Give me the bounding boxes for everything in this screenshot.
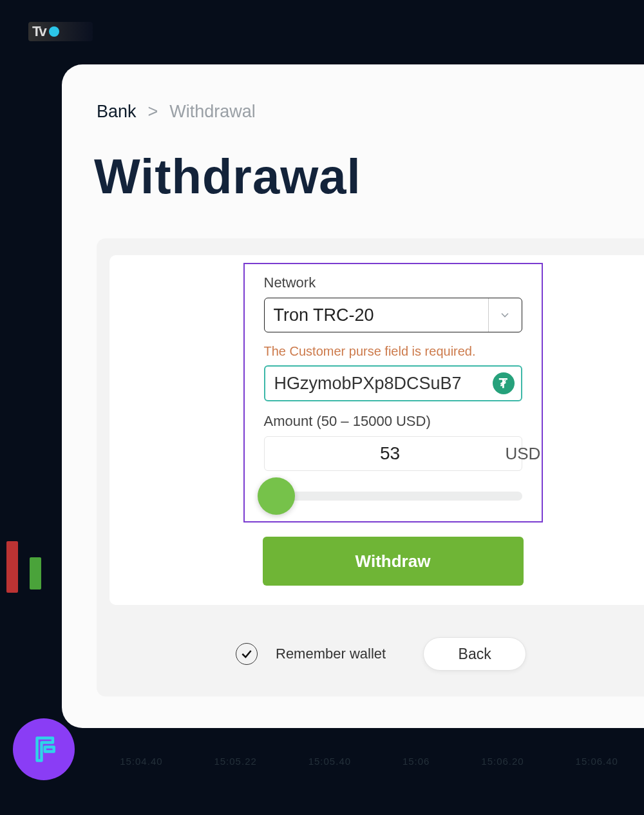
breadcrumb-current: Withdrawal (169, 102, 256, 122)
slider-track (264, 492, 522, 501)
withdrawal-modal: Bank > Withdrawal Withdrawal Network Tro… (62, 64, 644, 728)
time-axis-labels: 15:04.22 15:04.40 15:05.22 15:05.40 15:0… (0, 756, 644, 767)
amount-label: Amount (50 – 15000 USD) (264, 413, 522, 430)
form-highlight-area: Network Tron TRC-20 The Customer purse f… (243, 263, 543, 523)
wallet-address-input[interactable] (274, 374, 493, 394)
remember-wallet-label: Remember wallet (276, 646, 386, 662)
page-title: Withdrawal (94, 148, 361, 204)
remember-wallet-checkbox[interactable] (236, 643, 258, 665)
wallet-error-message: The Customer purse field is required. (264, 344, 522, 359)
network-select-value: Tron TRC-20 (265, 305, 488, 325)
tradingview-logo: Tv (28, 22, 93, 41)
wallet-input-wrap[interactable]: ₮ (264, 365, 522, 401)
amount-unit: USD (506, 444, 541, 464)
slider-thumb[interactable] (258, 477, 295, 515)
amount-input[interactable] (275, 443, 506, 464)
network-select[interactable]: Tron TRC-20 (264, 298, 522, 332)
logo-icon (26, 731, 62, 767)
form-panel: Network Tron TRC-20 The Customer purse f… (97, 238, 644, 696)
tether-icon: ₮ (493, 372, 515, 394)
network-label: Network (264, 274, 522, 291)
chevron-down-icon (488, 298, 522, 332)
breadcrumb-root[interactable]: Bank (97, 102, 137, 122)
candlesticks-decor (6, 541, 41, 593)
amount-slider[interactable] (264, 480, 522, 506)
back-button[interactable]: Back (423, 637, 526, 671)
breadcrumb-separator: > (148, 102, 158, 122)
withdraw-button[interactable]: Withdraw (263, 537, 524, 586)
amount-input-wrap[interactable]: USD (264, 436, 522, 471)
floating-action-button[interactable] (13, 718, 75, 780)
breadcrumb: Bank > Withdrawal (97, 102, 256, 122)
